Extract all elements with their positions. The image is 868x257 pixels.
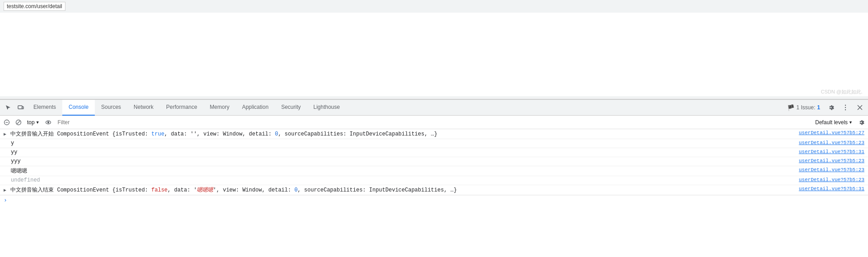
line-source[interactable]: userDetail.vue?57b5:23 (799, 158, 864, 164)
tab-console[interactable]: Console (62, 100, 95, 116)
default-levels-selector[interactable]: Default levels ▼ (813, 118, 854, 126)
line-prefix: 中文拼音输入结束 (10, 187, 57, 193)
console-line-content: ▶ 中文拼音输入开始 CompositionEvent {isTrusted: … (4, 130, 794, 138)
devtools-panel: Elements Console Sources Network Perform… (0, 99, 868, 257)
tab-security[interactable]: Security (275, 100, 307, 116)
console-line-content: undefined (4, 177, 794, 183)
tab-memory[interactable]: Memory (204, 100, 236, 116)
address-bar-area: testsite.com/user/detail (0, 0, 868, 13)
console-line-content: yy (4, 149, 794, 155)
cursor-icon[interactable] (2, 101, 14, 114)
line-body: yy (11, 149, 17, 155)
console-settings-button[interactable] (856, 117, 866, 127)
input-arrow-icon: › (4, 197, 7, 204)
line-body: CompositionEvent {isTrusted: false, data… (57, 187, 457, 193)
console-line: ▶ 中文拼音输入结束 CompositionEvent {isTrusted: … (0, 185, 868, 195)
line-prefix: 中文拼音输入开始 (10, 131, 57, 137)
tab-sources[interactable]: Sources (95, 100, 127, 116)
tab-performance[interactable]: Performance (160, 100, 204, 116)
line-body: CompositionEvent {isTrusted: true, data:… (57, 131, 437, 137)
close-devtools-button[interactable] (854, 101, 866, 114)
svg-point-8 (47, 121, 49, 123)
issues-count: 1 (817, 104, 820, 111)
svg-rect-0 (18, 106, 22, 109)
expand-triangle[interactable]: ▶ (4, 188, 6, 193)
tab-network[interactable]: Network (127, 100, 160, 116)
clear-console-button[interactable] (2, 117, 12, 127)
more-options-button[interactable] (839, 101, 852, 114)
svg-point-2 (845, 105, 846, 106)
expand-triangle[interactable]: ▶ (4, 132, 6, 137)
console-line: yy userDetail.vue?57b5:31 (0, 148, 868, 157)
filter-input[interactable] (55, 118, 812, 126)
settings-button[interactable] (825, 101, 837, 114)
line-body: yyy (11, 158, 21, 164)
context-selector[interactable]: top ▼ (25, 118, 42, 126)
svg-rect-1 (22, 107, 23, 109)
svg-point-3 (845, 107, 846, 108)
console-line-content: 嗯嗯嗯 (4, 167, 794, 175)
browser-area: testsite.com/user/detail CSDN @如此如此. (0, 0, 868, 99)
console-line: 嗯嗯嗯 userDetail.vue?57b5:23 (0, 166, 868, 176)
console-line-content: y (4, 140, 794, 146)
console-line: ▶ 中文拼音输入开始 CompositionEvent {isTrusted: … (0, 129, 868, 139)
address-bar: testsite.com/user/detail (4, 2, 65, 11)
watermark: CSDN @如此如此. (821, 89, 863, 95)
line-source[interactable]: userDetail.vue?57b5:27 (799, 130, 864, 136)
context-dropdown-icon: ▼ (36, 120, 40, 125)
line-source[interactable]: userDetail.vue?57b5:31 (799, 186, 864, 192)
console-line: undefined userDetail.vue?57b5:23 (0, 176, 868, 185)
responsive-icon[interactable] (14, 101, 27, 114)
devtools-tabs-right: 🏴 1 Issue: 1 (784, 101, 866, 114)
console-line: yyy userDetail.vue?57b5:23 (0, 157, 868, 166)
console-toolbar: top ▼ Default levels ▼ (0, 116, 868, 129)
issues-icon: 🏴 (787, 104, 794, 111)
console-input-line: › (0, 195, 868, 205)
context-label: top (27, 119, 35, 126)
issues-badge[interactable]: 🏴 1 Issue: 1 (784, 103, 823, 112)
default-levels-label: Default levels (815, 119, 848, 126)
line-source[interactable]: userDetail.vue?57b5:23 (799, 140, 864, 145)
tab-lighthouse[interactable]: Lighthouse (307, 100, 346, 116)
console-output: ▶ 中文拼音输入开始 CompositionEvent {isTrusted: … (0, 129, 868, 257)
line-body: undefined (11, 177, 40, 183)
line-source[interactable]: userDetail.vue?57b5:31 (799, 149, 864, 154)
line-body: 嗯嗯嗯 (11, 168, 27, 174)
console-line-content: ▶ 中文拼音输入结束 CompositionEvent {isTrusted: … (4, 186, 794, 194)
console-line: y userDetail.vue?57b5:23 (0, 139, 868, 148)
issues-text: 1 Issue: (796, 104, 815, 111)
console-line-content: yyy (4, 158, 794, 164)
tab-elements[interactable]: Elements (27, 100, 62, 116)
line-source[interactable]: userDetail.vue?57b5:23 (799, 177, 864, 182)
line-body: y (11, 140, 14, 146)
default-levels-dropdown-icon: ▼ (849, 120, 853, 125)
svg-point-4 (845, 109, 846, 110)
devtools-tabs-bar: Elements Console Sources Network Perform… (0, 100, 868, 116)
tab-application[interactable]: Application (236, 100, 275, 116)
no-ban-button[interactable] (14, 117, 23, 127)
line-source[interactable]: userDetail.vue?57b5:23 (799, 167, 864, 173)
eye-icon[interactable] (43, 117, 53, 127)
page-content (0, 13, 868, 96)
